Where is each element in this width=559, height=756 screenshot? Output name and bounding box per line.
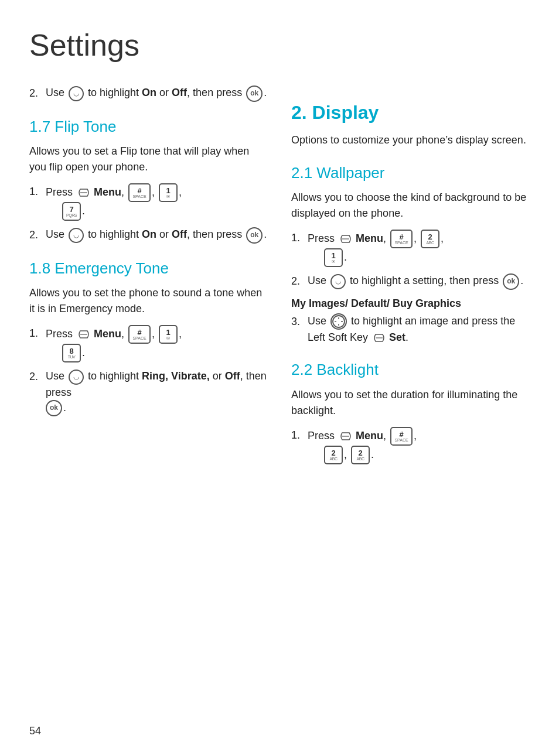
key-1: 1 ✉: [159, 183, 178, 202]
section-18: 1.8 Emergency Tone Allows you to set the…: [29, 258, 268, 416]
key-8tuv: 8 TUV: [62, 344, 81, 362]
section-18-step1: 1. Press Menu, # SPACE ,: [29, 325, 268, 362]
section-17-title: 1.7 Flip Tone: [29, 116, 268, 138]
left-column: 2. Use to highlight On or Off, then pres…: [29, 85, 268, 470]
nav4-icon: [330, 313, 347, 330]
ok-icon: ok: [246, 85, 263, 102]
hash-space-key-3: # SPACE: [390, 230, 413, 248]
key-1b: 1 ✉: [159, 325, 178, 344]
soft-key-icon-6: [339, 430, 352, 442]
section-21: 2.1 Wallpaper Allows you to choose the k…: [291, 162, 530, 345]
section-2: 2. Display Options to customize your pho…: [291, 99, 530, 148]
ok-icon-4: ok: [503, 273, 519, 290]
section-2-title: 2. Display: [291, 99, 530, 126]
key-2abc: 2 ABC: [421, 230, 439, 248]
section-21-intro: Allows you to choose the kind of backgro…: [291, 190, 530, 221]
hash-space-key-2: # SPACE: [128, 325, 151, 344]
section-17-intro: Allows you to set a Flip tone that will …: [29, 143, 268, 175]
section-2-intro: Options to customize your phone’s displa…: [291, 132, 530, 148]
nav-icon-4: [330, 274, 346, 289]
step-content: Use to highlight On or Off, then press o…: [46, 85, 268, 101]
soft-key-icon-4: [339, 233, 352, 245]
key-2abc-b: 2 ABC: [324, 446, 343, 464]
section-21-step1: 1. Press Menu, # SPACE ,: [291, 230, 530, 267]
section-22: 2.2 Backlight Allows you to set the dura…: [291, 359, 530, 464]
section-18-intro: Allows you to set the phone to sound a t…: [29, 285, 268, 317]
page-title: Settings: [29, 23, 530, 67]
section-17-step2: 2. Use to highlight On or Off, then pres…: [29, 227, 268, 243]
hash-space-key: # SPACE: [128, 183, 151, 202]
section-17-step1: 1. Press Menu, # SPACE ,: [29, 183, 268, 221]
wallpaper-subheading: My Images/ Default/ Buy Graphics: [291, 296, 530, 311]
section-17: 1.7 Flip Tone Allows you to set a Flip t…: [29, 116, 268, 244]
ok-icon-2: ok: [246, 227, 263, 244]
step-num: 2.: [29, 85, 46, 101]
ok-icon-3: ok: [46, 400, 62, 416]
section-18-title: 1.8 Emergency Tone: [29, 258, 268, 280]
top-step: 2. Use to highlight On or Off, then pres…: [29, 85, 268, 101]
nav-icon-2: [69, 228, 84, 243]
key-1c: 1 ✉: [324, 248, 343, 267]
section-21-step3: 3. Use to highlight an image and press t…: [291, 313, 530, 345]
section-21-title: 2.1 Wallpaper: [291, 162, 530, 184]
key-2abc-c: 2 ABC: [351, 446, 370, 464]
section-22-step1: 1. Press Menu, # SPACE ,: [291, 427, 530, 464]
soft-key-icon: [77, 187, 90, 199]
section-22-intro: Allows you to set the duration for illum…: [291, 387, 530, 419]
nav-icon-3: [69, 370, 84, 385]
soft-key-icon-5: [372, 332, 385, 344]
section-21-step2: 2. Use to highlight a setting, then pres…: [291, 273, 530, 289]
nav-icon: [69, 86, 84, 101]
section-22-title: 2.2 Backlight: [291, 359, 530, 381]
page-number: 54: [29, 723, 41, 738]
key-7pqrs: 7 PQRS: [62, 202, 81, 221]
right-column: 2. Display Options to customize your pho…: [291, 85, 530, 470]
hash-space-key-4: # SPACE: [390, 427, 413, 446]
soft-key-icon-3: [77, 329, 90, 340]
section-18-step2: 2. Use to highlight Ring, Vibrate, or Of…: [29, 368, 268, 416]
